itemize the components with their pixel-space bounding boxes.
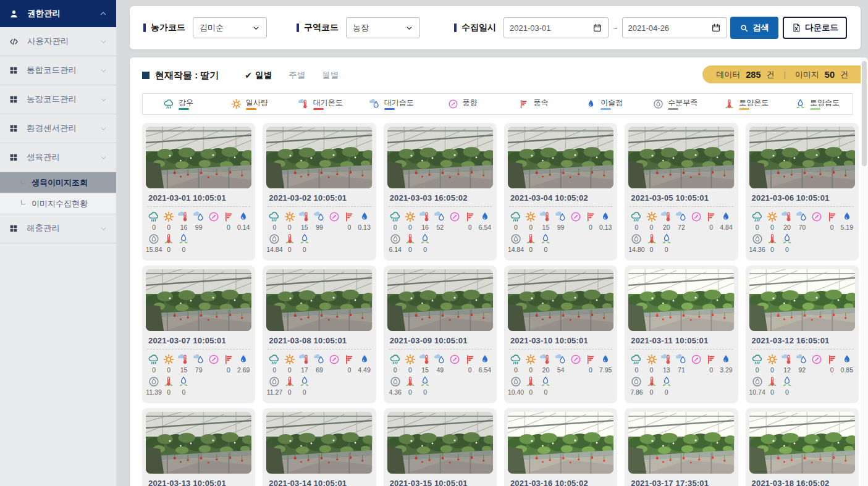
- greenhouse-photo[interactable]: [387, 412, 493, 474]
- greenhouse-photo[interactable]: [146, 412, 251, 474]
- sensor-row-2: 14.3600: [749, 233, 855, 253]
- sensor-value: 0.14: [237, 224, 250, 231]
- winddir-icon: [328, 211, 340, 223]
- data-count-unit: 건: [766, 69, 774, 80]
- tab-weekly[interactable]: 주별: [289, 70, 305, 81]
- legend: 강우일사량대기온도대기습도풍향풍속이슬점수분부족토양온도토양습도: [142, 93, 853, 115]
- farm-code-select[interactable]: 김미순: [193, 17, 267, 38]
- greenhouse-photo[interactable]: [266, 127, 372, 188]
- image-card[interactable]: 2021-03-02 10:05:0100159900.1314.8400: [263, 123, 376, 261]
- search-button[interactable]: 검색: [730, 17, 778, 39]
- greenhouse-photo[interactable]: [628, 269, 734, 331]
- scrollbar[interactable]: [861, 57, 868, 486]
- image-card[interactable]: 2021-03-06 10:05:0100207005.1914.3600: [746, 123, 859, 261]
- calendar-icon[interactable]: [592, 23, 602, 33]
- legend-underline: [179, 108, 189, 110]
- greenhouse-photo[interactable]: [387, 269, 493, 331]
- zone-code-select[interactable]: 농장: [346, 17, 420, 38]
- sensor-value: 0: [227, 366, 230, 374]
- sensor-row-1: 00165206.54: [387, 211, 493, 231]
- sidebar-item-users[interactable]: 사용자관리: [0, 27, 116, 56]
- sensor-winddir: [689, 353, 704, 374]
- sidebar-item-label: 농장코드관리: [27, 94, 77, 105]
- date-to-input[interactable]: 2021-04-26: [622, 17, 727, 38]
- image-card[interactable]: 2021-03-04 10:05:0200159900.1314.8400: [504, 123, 617, 261]
- greenhouse-photo[interactable]: [628, 127, 734, 188]
- image-card[interactable]: 2021-03-03 16:05:0200165206.546.1400: [384, 123, 497, 261]
- sensor-value: 0: [347, 366, 351, 374]
- image-card[interactable]: 2021-03-18 16:05:02: [746, 408, 859, 486]
- image-card[interactable]: 2021-03-13 10:05:01: [142, 408, 255, 486]
- sensor-sun: 0: [523, 211, 538, 231]
- sidebar-item-growth[interactable]: 생육관리: [0, 143, 116, 172]
- image-card[interactable]: 2021-03-08 10:05:0100176904.4911.2700: [263, 266, 376, 403]
- image-card[interactable]: 2021-03-10 10:05:0100205407.9510.4000: [504, 266, 617, 403]
- sensor-value: 0: [785, 388, 789, 396]
- greenhouse-photo[interactable]: [266, 269, 372, 331]
- sensor-rain: 0: [146, 211, 161, 231]
- image-card[interactable]: 2021-03-12 16:05:0100129200.8510.7400: [746, 266, 859, 403]
- image-card[interactable]: 2021-03-05 10:05:0100207204.8414.8000: [625, 123, 738, 261]
- image-card[interactable]: 2021-03-17 17:35:01: [625, 408, 738, 486]
- chevron-down-icon: [252, 24, 260, 32]
- greenhouse-photo[interactable]: [146, 127, 251, 188]
- sensor-row-1: 00154906.54: [387, 353, 493, 374]
- tab-monthly[interactable]: 월별: [322, 70, 339, 81]
- scrollbar-thumb[interactable]: [862, 61, 867, 166]
- greenhouse-photo[interactable]: [146, 269, 251, 331]
- greenhouse-photo[interactable]: [628, 412, 734, 474]
- greenhouse-photo[interactable]: [387, 127, 493, 188]
- image-card[interactable]: 2021-03-01 10:05:0100169900.1415.8400: [142, 123, 255, 261]
- greenhouse-photo[interactable]: [266, 412, 372, 474]
- image-card[interactable]: 2021-03-07 10:05:0100157902.6911.3900: [142, 266, 255, 403]
- sensor-value: 72: [678, 224, 685, 231]
- sensor-windspeed: 0: [463, 353, 478, 374]
- sidebar-item-pest[interactable]: 해충관리: [0, 214, 116, 243]
- greenhouse-photo[interactable]: [508, 412, 613, 474]
- sidebar-item-env-sensors[interactable]: 환경센서관리: [0, 114, 116, 143]
- deficit-icon: [268, 233, 280, 245]
- sensor-value: 0: [650, 388, 654, 396]
- sidebar-item-farm-codes[interactable]: 농장코드관리: [0, 85, 116, 114]
- greenhouse-photo[interactable]: [749, 269, 855, 331]
- winddir-icon: [447, 98, 459, 110]
- sensor-value: 0: [152, 366, 156, 374]
- greenhouse-photo[interactable]: [749, 412, 855, 474]
- image-card[interactable]: 2021-03-14 10:05:01: [263, 408, 376, 486]
- view-tabs: ✔ 일별 주별 월별: [245, 70, 339, 81]
- sidebar-item-integrated-codes[interactable]: 통합코드관리: [0, 56, 116, 85]
- sensor-soiltemp: 0: [765, 233, 780, 253]
- tab-daily[interactable]: ✔ 일별: [245, 70, 272, 81]
- sensor-windspeed: 0: [342, 353, 356, 374]
- date-from-input[interactable]: 2021-03-01: [504, 17, 609, 38]
- airhum-icon: [796, 211, 808, 223]
- sensor-value: 14.36: [749, 246, 765, 253]
- greenhouse-photo[interactable]: [749, 127, 855, 188]
- greenhouse-photo[interactable]: [508, 127, 613, 188]
- sidebar-subitem-image-collection-status[interactable]: 이미지수집현황: [0, 193, 116, 214]
- image-card[interactable]: 2021-03-09 10:05:0100154906.544.3600: [384, 266, 497, 403]
- sun-icon: [646, 353, 658, 366]
- zone-code-value: 농장: [353, 22, 369, 33]
- sensor-value: 92: [798, 366, 806, 374]
- sensor-value: 14.84: [266, 246, 282, 253]
- sensor-sun: 0: [161, 353, 176, 374]
- winddir-icon: [449, 353, 461, 366]
- airhum-icon: [193, 353, 205, 366]
- sensor-sun: 0: [765, 353, 780, 374]
- sidebar-subitem-growth-image-search[interactable]: 생육이미지조회: [0, 172, 116, 193]
- calendar-icon[interactable]: [711, 23, 721, 33]
- soiltemp-icon: [162, 375, 175, 388]
- chevron-up-icon: [99, 9, 107, 18]
- sensor-value: 0: [167, 366, 171, 374]
- download-button[interactable]: 다운로드: [783, 17, 847, 39]
- image-card[interactable]: 2021-03-16 10:05:02: [504, 408, 617, 486]
- sidebar-item-permissions[interactable]: 권한관리: [0, 0, 116, 27]
- sensor-airhum: 49: [432, 353, 447, 374]
- greenhouse-photo[interactable]: [508, 269, 613, 331]
- image-card[interactable]: 2021-03-15 10:05:01: [384, 408, 497, 486]
- branch-icon: [21, 200, 25, 204]
- sun-icon: [230, 98, 242, 110]
- image-card[interactable]: 2021-03-11 10:05:0100137103.297.8600: [625, 266, 738, 403]
- capture-datetime: 2021-03-01 10:05:01: [148, 193, 249, 203]
